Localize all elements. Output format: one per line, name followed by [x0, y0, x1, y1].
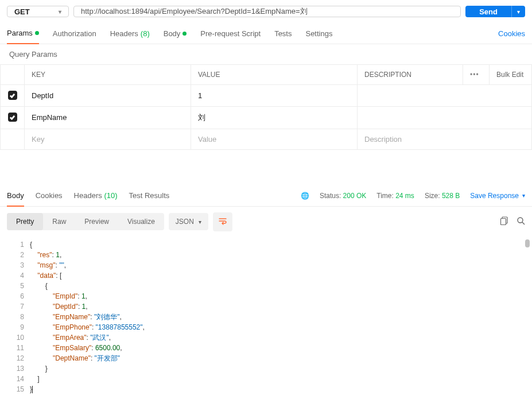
checkbox-cell[interactable]: [1, 85, 25, 107]
tab-prerequest[interactable]: Pre-request Script: [200, 24, 261, 44]
size-value: 528 B: [442, 192, 460, 200]
key-cell[interactable]: EmpName: [25, 106, 191, 129]
tab-tests[interactable]: Tests: [274, 24, 292, 44]
chevron-down-icon: ▾: [522, 192, 525, 199]
key-input[interactable]: Key: [25, 129, 191, 149]
response-body[interactable]: 123456789101112131415 { "res": 1, "msg":…: [0, 237, 532, 396]
view-right: [500, 216, 525, 227]
svg-line-3: [522, 222, 525, 224]
code-content: { "res": 1, "msg": "", "data": [ { "EmpI…: [30, 237, 532, 396]
resp-tab-testresults[interactable]: Test Results: [129, 185, 170, 206]
time-value: 24 ms: [395, 192, 414, 200]
table-row-new: Key Value Description: [1, 129, 532, 149]
value-cell[interactable]: 1: [191, 85, 358, 107]
response-tabs: Body Cookies Headers (10) Test Results 🌐…: [0, 185, 532, 207]
size-label: Size:: [425, 192, 440, 200]
resp-headers-count: (10): [104, 191, 117, 200]
resp-tab-body[interactable]: Body: [7, 185, 24, 207]
svg-point-2: [518, 218, 523, 223]
line-wrap-icon: [219, 217, 227, 225]
checkbox-icon: [8, 113, 17, 122]
view-preview[interactable]: Preview: [75, 213, 118, 230]
search-icon[interactable]: [517, 216, 525, 227]
desc-cell[interactable]: [358, 106, 532, 129]
url-input[interactable]: http://localhost:1894/api/Employee/Searc…: [73, 6, 461, 17]
send-dropdown[interactable]: ▾: [511, 6, 525, 17]
size-block: Size: 528 B: [425, 192, 460, 200]
time-block: Time: 24 ms: [376, 192, 414, 200]
tab-headers-count: (8): [141, 29, 150, 38]
response-meta: 🌐 Status: 200 OK Time: 24 ms Size: 528 B…: [301, 192, 525, 200]
dot-icon: [35, 31, 39, 35]
checkbox-icon: [8, 91, 17, 100]
bulk-edit-button[interactable]: Bulk Edit: [490, 65, 532, 85]
save-response-label: Save Response: [470, 192, 519, 200]
status-block: Status: 200 OK: [320, 192, 366, 200]
view-pretty[interactable]: Pretty: [7, 213, 43, 230]
line-gutter: 123456789101112131415: [0, 237, 30, 396]
resp-tab-cookies[interactable]: Cookies: [36, 185, 63, 206]
tab-body-label: Body: [164, 29, 181, 38]
view-raw[interactable]: Raw: [43, 213, 75, 230]
value-header: VALUE: [191, 65, 358, 85]
save-response-button[interactable]: Save Response ▾: [470, 192, 525, 200]
table-row: EmpName 刘: [1, 106, 532, 129]
chevron-down-icon: ▾: [59, 9, 61, 15]
checkbox-header: [1, 65, 25, 85]
resp-headers-label: Headers: [74, 191, 102, 200]
key-cell[interactable]: DeptId: [25, 85, 191, 107]
method-label: GET: [14, 7, 30, 16]
tab-headers-label: Headers: [110, 29, 138, 38]
scrollbar-thumb[interactable]: [525, 239, 530, 247]
url-text: http://localhost:1894/api/Employee/Searc…: [81, 6, 308, 17]
tab-params-label: Params: [7, 29, 33, 37]
request-bar: GET ▾ http://localhost:1894/api/Employee…: [0, 0, 532, 23]
send-button[interactable]: Send: [465, 6, 511, 17]
key-header: KEY: [25, 65, 191, 85]
value-cell[interactable]: 刘: [191, 106, 358, 129]
tab-headers[interactable]: Headers (8): [110, 24, 150, 44]
globe-icon[interactable]: 🌐: [301, 192, 309, 200]
status-label: Status:: [320, 192, 341, 200]
method-select[interactable]: GET ▾: [7, 6, 69, 17]
tab-body[interactable]: Body: [164, 24, 187, 44]
resp-tab-headers[interactable]: Headers (10): [74, 185, 118, 206]
view-visualize[interactable]: Visualize: [118, 213, 164, 230]
tab-params[interactable]: Params: [7, 23, 39, 44]
more-header[interactable]: •••: [463, 65, 490, 85]
table-row: DeptId 1: [1, 85, 532, 107]
desc-cell[interactable]: [358, 85, 532, 107]
format-select[interactable]: JSON ▾: [169, 213, 208, 230]
send-button-group: Send ▾: [465, 6, 525, 17]
table-header-row: KEY VALUE DESCRIPTION ••• Bulk Edit: [1, 65, 532, 85]
more-icon: •••: [470, 71, 479, 79]
copy-icon[interactable]: [500, 216, 508, 227]
svg-rect-1: [501, 219, 506, 225]
status-value: 200 OK: [343, 192, 367, 200]
tab-settings[interactable]: Settings: [305, 24, 332, 44]
chevron-down-icon: ▾: [199, 219, 201, 225]
description-header: DESCRIPTION: [358, 65, 463, 85]
time-label: Time:: [376, 192, 394, 200]
checkbox-cell-empty: [1, 129, 25, 149]
view-tabs: Pretty Raw Preview Visualize JSON ▾: [0, 207, 532, 237]
value-input[interactable]: Value: [191, 129, 358, 149]
cookies-link[interactable]: Cookies: [498, 24, 525, 44]
spacer: [0, 150, 532, 185]
view-group: Pretty Raw Preview Visualize: [7, 213, 164, 230]
wrap-button[interactable]: [213, 212, 232, 231]
dot-icon: [182, 32, 187, 36]
desc-input[interactable]: Description: [358, 129, 532, 149]
checkbox-cell[interactable]: [1, 106, 25, 129]
tab-authorization[interactable]: Authorization: [53, 24, 96, 44]
params-table: KEY VALUE DESCRIPTION ••• Bulk Edit Dept…: [0, 64, 532, 150]
query-params-heading: Query Params: [0, 44, 532, 64]
format-label: JSON: [176, 218, 194, 226]
request-tabs: Params Authorization Headers (8) Body Pr…: [0, 23, 532, 44]
